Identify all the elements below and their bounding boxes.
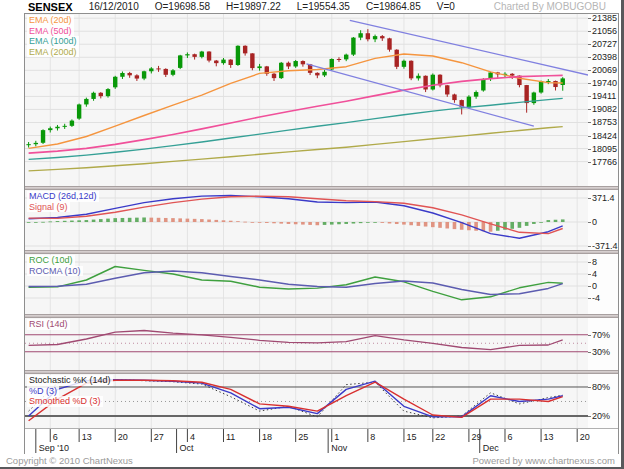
- y-axis-label: 21056: [592, 26, 617, 36]
- y-axis-label: 4: [592, 269, 597, 279]
- svg-text:13: 13: [544, 432, 554, 442]
- macd-chart[interactable]: [25, 190, 588, 250]
- svg-text:15: 15: [406, 432, 416, 442]
- y-axis-label: 8: [592, 257, 597, 267]
- y-axis-label: 371.4: [592, 193, 615, 203]
- legend-label: EMA (200d): [27, 47, 79, 58]
- status-bar: Copyright © 2010 ChartNexus Powered by w…: [0, 455, 621, 467]
- svg-text:Dec: Dec: [483, 443, 500, 453]
- chartnexus-window: SENSEX 16/12/2010 O=19698.58 H=19897.22 …: [0, 0, 624, 469]
- macd-panel: 371.40-371.4 MACD (26d,12d)Signal (9): [25, 190, 618, 250]
- y-axis-label: 20398: [592, 52, 617, 62]
- quote-high: H=19897.22: [226, 1, 281, 12]
- svg-text:6: 6: [53, 432, 58, 442]
- y-axis-label: 19082: [592, 104, 617, 114]
- macd-legend: MACD (26d,12d)Signal (9): [27, 191, 99, 212]
- svg-text:8: 8: [370, 432, 375, 442]
- y-axis-label: 18753: [592, 117, 617, 127]
- y-axis-label: 19411: [592, 91, 616, 101]
- legend-label: RSI (14d): [27, 319, 70, 330]
- quote-date: 16/12/2010: [89, 1, 139, 12]
- quote-header: SENSEX 16/12/2010 O=19698.58 H=19897.22 …: [0, 0, 616, 13]
- y-axis-label: 0: [592, 281, 597, 291]
- legend-label: %D (3): [27, 386, 59, 397]
- rsi-legend: RSI (14d): [27, 319, 70, 330]
- stoch-y-axis: 80%20%: [588, 374, 618, 428]
- svg-text:11: 11: [226, 432, 235, 442]
- legend-label: ROCMA (10): [27, 266, 83, 277]
- svg-text:4: 4: [190, 432, 195, 442]
- y-axis-label: 80%: [592, 382, 610, 392]
- y-axis-label: -4: [592, 293, 600, 303]
- y-axis-label: 18424: [592, 131, 617, 141]
- svg-text:1: 1: [334, 432, 339, 442]
- svg-text:27: 27: [154, 432, 164, 442]
- roc-legend: ROC (10d)ROCMA (10): [27, 255, 83, 276]
- roc-chart[interactable]: [25, 254, 588, 314]
- svg-text:20: 20: [580, 432, 590, 442]
- y-axis-label: 17766: [592, 157, 617, 167]
- stoch-panel: 80%20% Stochastic %K (14d)%D (3)Smoothed…: [25, 374, 618, 428]
- svg-text:25: 25: [298, 432, 308, 442]
- price-legend: EMA (20d)EMA (50d)EMA (100d)EMA (200d): [27, 15, 79, 57]
- legend-label: ROC (10d): [27, 255, 75, 266]
- legend-label: EMA (20d): [27, 15, 74, 26]
- chart-frame: 2138521056207272039820069197401941119082…: [24, 13, 619, 454]
- legend-label: EMA (50d): [27, 26, 74, 37]
- price-panel: 2138521056207272039820069197401941119082…: [25, 14, 618, 186]
- y-axis-label: 20069: [592, 65, 617, 75]
- symbol-label: SENSEX: [28, 1, 73, 13]
- price-y-axis: 2138521056207272039820069197401941119082…: [588, 14, 618, 186]
- svg-text:18: 18: [262, 432, 272, 442]
- stoch-legend: Stochastic %K (14d)%D (3)Smoothed %D (3): [27, 375, 113, 407]
- svg-text:22: 22: [435, 432, 445, 442]
- rsi-chart[interactable]: [25, 318, 588, 370]
- y-axis-label: 21385: [592, 13, 617, 23]
- y-axis-label: 18095: [592, 144, 617, 154]
- y-axis-label: 0: [592, 217, 597, 227]
- roc-panel: 840-4 ROC (10d)ROCMA (10): [25, 254, 618, 314]
- legend-label: EMA (100d): [27, 36, 79, 47]
- svg-text:6: 6: [507, 432, 512, 442]
- svg-text:20: 20: [118, 432, 128, 442]
- charted-by-label: Charted By MOBUGOBU: [494, 1, 616, 12]
- quote-open: O=19698.58: [155, 1, 210, 12]
- legend-label: Stochastic %K (14d): [27, 375, 113, 386]
- legend-label: Smoothed %D (3): [27, 396, 103, 407]
- y-axis-label: 20727: [592, 39, 617, 49]
- rsi-y-axis: 70%30%: [588, 318, 618, 370]
- quote-close: C=19864.85: [366, 1, 421, 12]
- y-axis-label: -371.4: [592, 241, 618, 251]
- y-axis-label: 20%: [592, 411, 610, 421]
- quote-volume: V=0: [437, 1, 455, 12]
- y-axis-label: 70%: [592, 330, 610, 340]
- legend-label: MACD (26d,12d): [27, 191, 99, 202]
- svg-text:13: 13: [82, 432, 92, 442]
- svg-text:Oct: Oct: [180, 443, 195, 453]
- powered-by-label[interactable]: Powered by www.chartnexus.com: [472, 455, 615, 467]
- legend-label: Signal (9): [27, 202, 70, 213]
- quote-low: L=19554.35: [297, 1, 350, 12]
- svg-text:Sep '10: Sep '10: [39, 443, 69, 453]
- x-axis: 613202741118251815222961320Sep '10OctNov…: [25, 428, 618, 454]
- macd-y-axis: 371.40-371.4: [588, 190, 618, 250]
- y-axis-label: 19740: [592, 78, 617, 88]
- y-axis-label: 30%: [592, 347, 610, 357]
- copyright-label: Copyright © 2010 ChartNexus: [6, 455, 133, 467]
- roc-y-axis: 840-4: [588, 254, 618, 314]
- price-candlestick-chart[interactable]: [25, 14, 588, 186]
- rsi-panel: 70%30% RSI (14d): [25, 318, 618, 370]
- svg-text:Nov: Nov: [331, 443, 348, 453]
